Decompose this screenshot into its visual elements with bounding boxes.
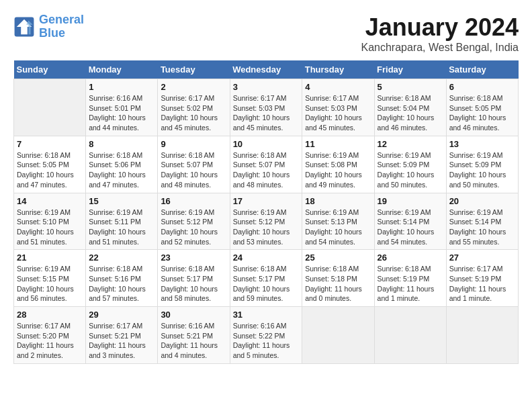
calendar-cell: 30Sunrise: 6:16 AM Sunset: 5:21 PM Dayli… (158, 307, 230, 364)
day-info: Sunrise: 6:18 AM Sunset: 5:06 PM Dayligh… (89, 150, 154, 190)
subtitle: Kanchrapara, West Bengal, India (361, 42, 519, 54)
day-number: 31 (233, 310, 300, 320)
calendar-cell: 16Sunrise: 6:19 AM Sunset: 5:12 PM Dayli… (158, 193, 230, 250)
calendar-cell: 20Sunrise: 6:19 AM Sunset: 5:14 PM Dayli… (446, 193, 518, 250)
calendar-cell: 19Sunrise: 6:19 AM Sunset: 5:14 PM Dayli… (374, 193, 446, 250)
header-friday: Friday (374, 60, 446, 79)
day-number: 14 (17, 196, 83, 206)
calendar-cell: 6Sunrise: 6:18 AM Sunset: 5:05 PM Daylig… (446, 79, 518, 136)
calendar-week-2: 7Sunrise: 6:18 AM Sunset: 5:05 PM Daylig… (14, 136, 519, 193)
header-thursday: Thursday (302, 60, 374, 79)
day-number: 25 (305, 253, 371, 263)
calendar-cell: 18Sunrise: 6:19 AM Sunset: 5:13 PM Dayli… (302, 193, 374, 250)
day-info: Sunrise: 6:19 AM Sunset: 5:09 PM Dayligh… (378, 150, 443, 190)
calendar-cell: 13Sunrise: 6:19 AM Sunset: 5:09 PM Dayli… (446, 136, 518, 193)
day-info: Sunrise: 6:19 AM Sunset: 5:14 PM Dayligh… (378, 208, 443, 247)
calendar-cell: 8Sunrise: 6:18 AM Sunset: 5:06 PM Daylig… (86, 136, 158, 193)
day-info: Sunrise: 6:19 AM Sunset: 5:13 PM Dayligh… (305, 208, 371, 247)
day-number: 20 (449, 196, 515, 206)
logo-icon (13, 16, 35, 38)
header-sunday: Sunday (14, 60, 86, 79)
day-number: 30 (161, 310, 226, 320)
day-number: 3 (233, 82, 300, 92)
day-info: Sunrise: 6:19 AM Sunset: 5:11 PM Dayligh… (89, 208, 154, 247)
day-info: Sunrise: 6:17 AM Sunset: 5:03 PM Dayligh… (305, 93, 371, 133)
day-info: Sunrise: 6:17 AM Sunset: 5:19 PM Dayligh… (449, 264, 515, 304)
day-number: 24 (233, 253, 300, 263)
day-number: 9 (161, 139, 226, 149)
calendar-header-row: SundayMondayTuesdayWednesdayThursdayFrid… (14, 60, 519, 79)
calendar-cell: 5Sunrise: 6:18 AM Sunset: 5:04 PM Daylig… (374, 79, 446, 136)
calendar-cell: 3Sunrise: 6:17 AM Sunset: 5:03 PM Daylig… (230, 79, 302, 136)
day-number: 1 (89, 82, 154, 92)
calendar-cell: 21Sunrise: 6:19 AM Sunset: 5:15 PM Dayli… (14, 250, 86, 307)
day-number: 18 (305, 196, 371, 206)
day-number: 13 (449, 139, 515, 149)
day-info: Sunrise: 6:18 AM Sunset: 5:07 PM Dayligh… (161, 150, 226, 190)
logo-text: General Blue (39, 13, 84, 40)
calendar-cell: 29Sunrise: 6:17 AM Sunset: 5:21 PM Dayli… (86, 307, 158, 364)
day-info: Sunrise: 6:18 AM Sunset: 5:07 PM Dayligh… (233, 150, 300, 190)
calendar-cell: 26Sunrise: 6:18 AM Sunset: 5:19 PM Dayli… (374, 250, 446, 307)
calendar-cell: 25Sunrise: 6:18 AM Sunset: 5:18 PM Dayli… (302, 250, 374, 307)
day-number: 15 (89, 196, 154, 206)
calendar-cell: 9Sunrise: 6:18 AM Sunset: 5:07 PM Daylig… (158, 136, 230, 193)
day-info: Sunrise: 6:19 AM Sunset: 5:09 PM Dayligh… (449, 150, 515, 190)
header-monday: Monday (86, 60, 158, 79)
day-number: 5 (378, 82, 443, 92)
calendar-cell: 17Sunrise: 6:19 AM Sunset: 5:12 PM Dayli… (230, 193, 302, 250)
calendar-cell: 2Sunrise: 6:17 AM Sunset: 5:02 PM Daylig… (158, 79, 230, 136)
day-info: Sunrise: 6:19 AM Sunset: 5:12 PM Dayligh… (233, 208, 300, 247)
day-number: 27 (449, 253, 515, 263)
day-info: Sunrise: 6:18 AM Sunset: 5:18 PM Dayligh… (305, 264, 371, 304)
day-info: Sunrise: 6:16 AM Sunset: 5:01 PM Dayligh… (89, 93, 154, 133)
day-info: Sunrise: 6:19 AM Sunset: 5:14 PM Dayligh… (449, 208, 515, 247)
day-number: 4 (305, 82, 371, 92)
day-info: Sunrise: 6:18 AM Sunset: 5:19 PM Dayligh… (378, 264, 443, 304)
day-info: Sunrise: 6:19 AM Sunset: 5:10 PM Dayligh… (17, 208, 83, 247)
day-info: Sunrise: 6:18 AM Sunset: 5:16 PM Dayligh… (89, 264, 154, 304)
day-info: Sunrise: 6:19 AM Sunset: 5:12 PM Dayligh… (161, 208, 226, 247)
day-number: 7 (17, 139, 83, 149)
day-number: 8 (89, 139, 154, 149)
calendar-week-3: 14Sunrise: 6:19 AM Sunset: 5:10 PM Dayli… (14, 193, 519, 250)
day-number: 6 (449, 82, 515, 92)
day-number: 2 (161, 82, 226, 92)
day-info: Sunrise: 6:19 AM Sunset: 5:15 PM Dayligh… (17, 264, 83, 304)
logo: General Blue (13, 13, 84, 40)
day-info: Sunrise: 6:17 AM Sunset: 5:02 PM Dayligh… (161, 93, 226, 133)
day-info: Sunrise: 6:18 AM Sunset: 5:17 PM Dayligh… (161, 264, 226, 304)
day-number: 17 (233, 196, 300, 206)
day-number: 29 (89, 310, 154, 320)
header-saturday: Saturday (446, 60, 518, 79)
calendar-cell (14, 79, 86, 136)
day-info: Sunrise: 6:18 AM Sunset: 5:17 PM Dayligh… (233, 264, 300, 304)
day-number: 22 (89, 253, 154, 263)
day-number: 12 (378, 139, 443, 149)
header-wednesday: Wednesday (230, 60, 302, 79)
day-info: Sunrise: 6:16 AM Sunset: 5:22 PM Dayligh… (233, 321, 300, 361)
calendar-cell: 24Sunrise: 6:18 AM Sunset: 5:17 PM Dayli… (230, 250, 302, 307)
calendar-cell: 12Sunrise: 6:19 AM Sunset: 5:09 PM Dayli… (374, 136, 446, 193)
day-info: Sunrise: 6:16 AM Sunset: 5:21 PM Dayligh… (161, 321, 226, 361)
day-info: Sunrise: 6:18 AM Sunset: 5:05 PM Dayligh… (17, 150, 83, 190)
calendar-cell: 7Sunrise: 6:18 AM Sunset: 5:05 PM Daylig… (14, 136, 86, 193)
calendar-cell: 11Sunrise: 6:19 AM Sunset: 5:08 PM Dayli… (302, 136, 374, 193)
calendar-cell: 28Sunrise: 6:17 AM Sunset: 5:20 PM Dayli… (14, 307, 86, 364)
calendar-week-1: 1Sunrise: 6:16 AM Sunset: 5:01 PM Daylig… (14, 79, 519, 136)
header-tuesday: Tuesday (158, 60, 230, 79)
calendar-cell: 22Sunrise: 6:18 AM Sunset: 5:16 PM Dayli… (86, 250, 158, 307)
calendar-cell: 27Sunrise: 6:17 AM Sunset: 5:19 PM Dayli… (446, 250, 518, 307)
calendar-cell: 10Sunrise: 6:18 AM Sunset: 5:07 PM Dayli… (230, 136, 302, 193)
day-number: 28 (17, 310, 83, 320)
day-number: 11 (305, 139, 371, 149)
day-info: Sunrise: 6:18 AM Sunset: 5:04 PM Dayligh… (378, 93, 443, 133)
calendar-cell: 1Sunrise: 6:16 AM Sunset: 5:01 PM Daylig… (86, 79, 158, 136)
calendar-cell (374, 307, 446, 364)
calendar-week-5: 28Sunrise: 6:17 AM Sunset: 5:20 PM Dayli… (14, 307, 519, 364)
day-info: Sunrise: 6:18 AM Sunset: 5:05 PM Dayligh… (449, 93, 515, 133)
day-info: Sunrise: 6:19 AM Sunset: 5:08 PM Dayligh… (305, 150, 371, 190)
day-number: 21 (17, 253, 83, 263)
title-block: January 2024 Kanchrapara, West Bengal, I… (361, 13, 519, 54)
day-info: Sunrise: 6:17 AM Sunset: 5:20 PM Dayligh… (17, 321, 83, 361)
